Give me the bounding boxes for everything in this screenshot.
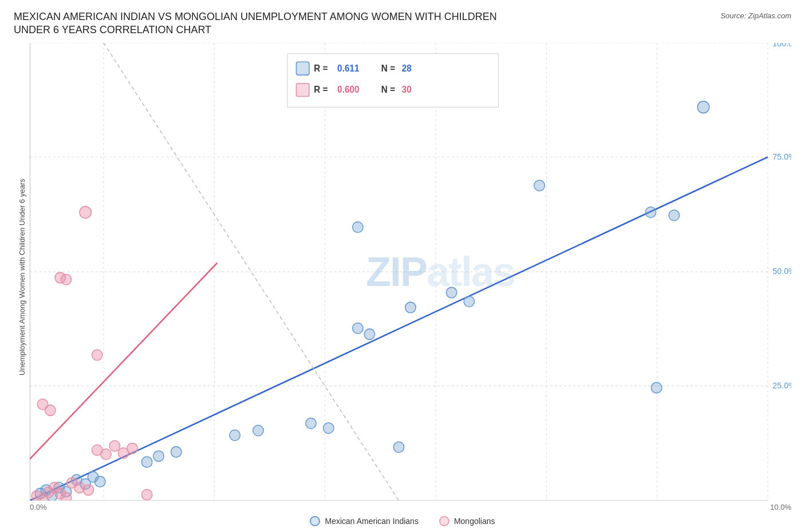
legend-label-blue: Mexican American Indians bbox=[325, 517, 418, 526]
svg-point-42 bbox=[153, 451, 164, 462]
svg-point-79 bbox=[61, 274, 71, 285]
svg-rect-27 bbox=[297, 83, 310, 96]
svg-text:0.600: 0.600 bbox=[337, 85, 359, 94]
svg-point-65 bbox=[61, 492, 71, 501]
legend-label-pink: Mongolians bbox=[454, 517, 495, 526]
svg-point-59 bbox=[697, 101, 709, 113]
legend-row: Mexican American Indians Mongolians bbox=[14, 516, 791, 526]
chart-inner: Unemployment Among Women with Children U… bbox=[14, 43, 791, 511]
svg-point-47 bbox=[323, 423, 334, 434]
svg-rect-21 bbox=[287, 53, 498, 107]
svg-point-53 bbox=[446, 287, 456, 298]
svg-text:N =: N = bbox=[381, 85, 395, 94]
svg-rect-22 bbox=[297, 62, 310, 75]
svg-point-57 bbox=[651, 382, 661, 393]
chart-svg-container: ZIPatlas bbox=[30, 43, 791, 501]
svg-point-55 bbox=[534, 180, 544, 191]
svg-point-51 bbox=[393, 442, 404, 452]
source-credit: Source: ZipAtlas.com bbox=[720, 10, 791, 20]
x-axis-labels: 0.0% 10.0% bbox=[30, 501, 791, 511]
svg-point-56 bbox=[645, 207, 656, 218]
svg-point-76 bbox=[92, 350, 102, 360]
svg-point-77 bbox=[80, 207, 91, 219]
svg-point-40 bbox=[95, 476, 105, 487]
y-axis-label: Unemployment Among Women with Children U… bbox=[14, 43, 30, 511]
svg-point-46 bbox=[306, 418, 316, 429]
svg-text:0.611: 0.611 bbox=[337, 63, 360, 73]
header-row: MEXICAN AMERICAN INDIAN VS MONGOLIAN UNE… bbox=[14, 10, 791, 39]
chart-svg: 100.0% 75.0% 50.0% 25.0% bbox=[30, 43, 791, 501]
svg-point-49 bbox=[364, 329, 374, 340]
page-title: MEXICAN AMERICAN INDIAN VS MONGOLIAN UNE… bbox=[14, 10, 529, 37]
svg-point-75 bbox=[127, 443, 137, 454]
svg-text:100.0%: 100.0% bbox=[772, 43, 791, 48]
legend-item-pink: Mongolians bbox=[439, 516, 495, 526]
svg-point-70 bbox=[83, 485, 93, 495]
svg-point-48 bbox=[353, 323, 363, 334]
svg-point-41 bbox=[141, 456, 152, 467]
svg-point-58 bbox=[669, 210, 679, 221]
x-axis-min: 0.0% bbox=[30, 503, 47, 511]
svg-point-43 bbox=[171, 446, 181, 457]
svg-text:R =: R = bbox=[314, 63, 327, 73]
legend-item-blue: Mexican American Indians bbox=[310, 516, 418, 526]
legend-dot-pink bbox=[439, 516, 449, 526]
svg-text:50.0%: 50.0% bbox=[772, 267, 791, 276]
svg-point-54 bbox=[464, 296, 474, 307]
x-axis-max: 10.0% bbox=[770, 503, 791, 511]
svg-text:R =: R = bbox=[314, 85, 327, 94]
svg-text:25.0%: 25.0% bbox=[772, 380, 791, 390]
svg-line-19 bbox=[30, 263, 217, 459]
svg-point-45 bbox=[253, 425, 263, 436]
svg-text:28: 28 bbox=[402, 63, 412, 73]
svg-point-80 bbox=[141, 489, 152, 500]
svg-text:N =: N = bbox=[381, 63, 395, 73]
legend-dot-blue bbox=[310, 516, 320, 526]
chart-body: ZIPatlas bbox=[30, 43, 791, 511]
svg-point-67 bbox=[45, 405, 56, 416]
page-container: MEXICAN AMERICAN INDIAN VS MONGOLIAN UNE… bbox=[0, 0, 805, 532]
svg-point-73 bbox=[109, 440, 120, 451]
svg-point-72 bbox=[101, 449, 111, 460]
svg-text:30: 30 bbox=[402, 85, 412, 94]
svg-point-44 bbox=[230, 430, 240, 440]
chart-area: Unemployment Among Women with Children U… bbox=[14, 43, 791, 526]
svg-point-50 bbox=[353, 222, 363, 233]
svg-point-52 bbox=[405, 302, 416, 313]
svg-text:75.0%: 75.0% bbox=[772, 152, 791, 161]
